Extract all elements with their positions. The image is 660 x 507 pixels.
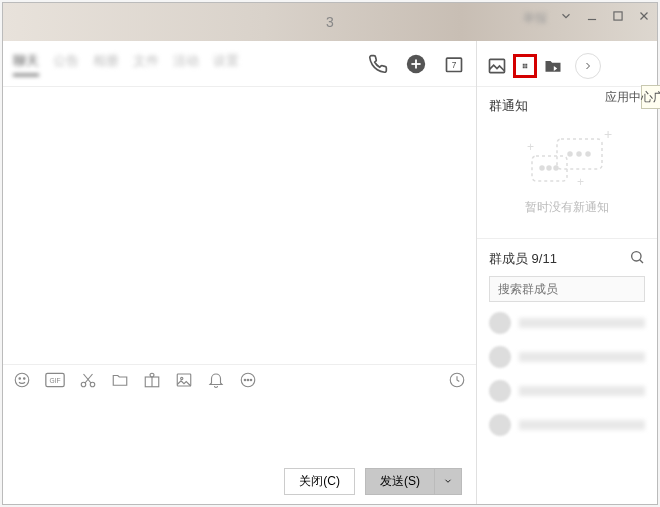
svg-point-44 xyxy=(632,252,641,261)
tooltip: 应用中心广场页面 xyxy=(641,85,660,109)
gift-icon[interactable] xyxy=(143,371,161,393)
svg-point-24 xyxy=(247,379,249,381)
tab-chat[interactable]: 聊天 xyxy=(13,52,39,76)
avatar xyxy=(489,414,511,436)
tab-bar: 聊天 公告 相册 文件 活动 设置 xyxy=(13,52,239,76)
list-item[interactable] xyxy=(489,312,645,334)
text-input[interactable] xyxy=(3,398,476,458)
member-list xyxy=(489,312,645,436)
chevron-right-icon[interactable] xyxy=(575,53,601,79)
svg-text:GIF: GIF xyxy=(49,376,60,383)
chat-window: 3 举报 聊天 公告 相册 文件 活动 设置 xyxy=(2,2,658,505)
send-button-group: 发送(S) xyxy=(365,468,462,495)
svg-point-38 xyxy=(540,166,544,170)
app-center-icon[interactable] xyxy=(513,54,537,78)
member-name xyxy=(519,352,645,362)
svg-line-45 xyxy=(640,260,643,263)
add-icon[interactable] xyxy=(404,52,428,76)
svg-rect-28 xyxy=(523,63,525,65)
svg-text:7: 7 xyxy=(452,60,457,70)
send-dropdown[interactable] xyxy=(435,468,462,495)
svg-point-34 xyxy=(568,152,572,156)
notice-empty: + + + 暂时没有新通知 xyxy=(489,123,645,228)
search-icon[interactable] xyxy=(629,249,645,268)
svg-line-17 xyxy=(84,374,92,383)
svg-point-35 xyxy=(577,152,581,156)
window-controls: 举报 xyxy=(523,9,651,27)
svg-rect-1 xyxy=(614,12,622,20)
avatar xyxy=(489,346,511,368)
chevron-down-icon[interactable] xyxy=(559,9,573,27)
image-icon[interactable] xyxy=(175,371,193,393)
member-search-input[interactable] xyxy=(489,276,645,302)
svg-point-36 xyxy=(586,152,590,156)
avatar xyxy=(489,312,511,334)
members-section: 群成员 9/11 xyxy=(477,239,657,446)
message-area xyxy=(3,87,476,364)
member-name xyxy=(519,386,645,396)
window-title: 3 xyxy=(326,14,334,30)
photo-icon[interactable] xyxy=(485,54,509,78)
bell-icon[interactable] xyxy=(207,371,225,393)
history-icon[interactable] xyxy=(448,371,466,393)
close-button[interactable]: 关闭(C) xyxy=(284,468,355,495)
more-icon[interactable] xyxy=(239,371,257,393)
list-item[interactable] xyxy=(489,380,645,402)
svg-point-11 xyxy=(24,377,26,379)
report-link[interactable]: 举报 xyxy=(523,10,547,27)
tab-files[interactable]: 文件 xyxy=(133,52,159,76)
svg-point-39 xyxy=(547,166,551,170)
list-item[interactable] xyxy=(489,346,645,368)
avatar xyxy=(489,380,511,402)
svg-point-10 xyxy=(19,377,21,379)
emoji-icon[interactable] xyxy=(13,371,31,393)
list-item[interactable] xyxy=(489,414,645,436)
file-folder-icon[interactable] xyxy=(541,54,565,78)
svg-text:+: + xyxy=(604,131,612,142)
calendar-icon[interactable]: 7 xyxy=(442,52,466,76)
cut-icon[interactable] xyxy=(79,371,97,393)
send-button[interactable]: 发送(S) xyxy=(365,468,435,495)
tab-album[interactable]: 相册 xyxy=(93,52,119,76)
svg-text:+: + xyxy=(527,140,534,154)
member-name xyxy=(519,318,645,328)
svg-line-16 xyxy=(85,374,93,383)
svg-rect-31 xyxy=(525,66,527,68)
notice-empty-text: 暂时没有新通知 xyxy=(489,199,645,216)
minimize-icon[interactable] xyxy=(585,9,599,27)
members-title: 群成员 9/11 xyxy=(489,250,557,268)
svg-point-23 xyxy=(244,379,246,381)
svg-point-25 xyxy=(250,379,252,381)
tab-notice[interactable]: 公告 xyxy=(53,52,79,76)
svg-point-9 xyxy=(15,373,29,387)
tab-settings[interactable]: 设置 xyxy=(213,52,239,76)
svg-rect-29 xyxy=(525,63,527,65)
side-toolbar: 应用中心广场页面 xyxy=(477,45,657,87)
input-toolbar: GIF xyxy=(3,364,476,398)
group-notice-section: 群通知 + + + 暂时没有新通知 xyxy=(477,87,657,239)
svg-point-21 xyxy=(181,377,183,379)
close-icon[interactable] xyxy=(637,9,651,27)
maximize-icon[interactable] xyxy=(611,9,625,27)
svg-rect-30 xyxy=(523,66,525,68)
svg-point-40 xyxy=(554,166,558,170)
send-bar: 关闭(C) 发送(S) xyxy=(3,458,476,504)
gif-icon[interactable]: GIF xyxy=(45,372,65,392)
call-icon[interactable] xyxy=(366,52,390,76)
folder-icon[interactable] xyxy=(111,371,129,393)
svg-text:+: + xyxy=(577,175,584,189)
chat-panel: 聊天 公告 相册 文件 活动 设置 7 GIF xyxy=(3,41,477,504)
main-toolbar: 聊天 公告 相册 文件 活动 设置 7 xyxy=(3,41,476,87)
tab-activity[interactable]: 活动 xyxy=(173,52,199,76)
side-panel: 应用中心广场页面 群通知 + + + 暂时没有新通知 xyxy=(477,41,657,504)
titlebar: 3 举报 xyxy=(3,3,657,41)
member-name xyxy=(519,420,645,430)
